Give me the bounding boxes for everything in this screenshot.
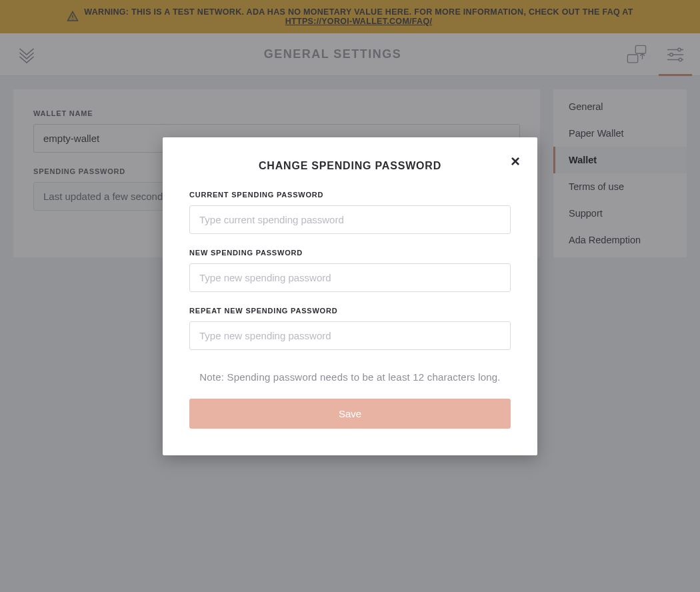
current-password-input[interactable]	[189, 205, 511, 234]
change-spending-password-modal: CHANGE SPENDING PASSWORD × CURRENT SPEND…	[163, 137, 537, 455]
current-password-label: CURRENT SPENDING PASSWORD	[189, 191, 511, 199]
modal-title: CHANGE SPENDING PASSWORD	[189, 160, 511, 172]
save-button[interactable]: Save	[189, 399, 511, 429]
repeat-password-label: REPEAT NEW SPENDING PASSWORD	[189, 307, 511, 315]
modal-overlay[interactable]: CHANGE SPENDING PASSWORD × CURRENT SPEND…	[0, 0, 700, 592]
password-length-note: Note: Spending password needs to be at l…	[189, 371, 511, 383]
new-password-label: NEW SPENDING PASSWORD	[189, 249, 511, 257]
new-password-input[interactable]	[189, 263, 511, 292]
repeat-password-input[interactable]	[189, 321, 511, 350]
close-icon[interactable]: ×	[511, 153, 520, 169]
